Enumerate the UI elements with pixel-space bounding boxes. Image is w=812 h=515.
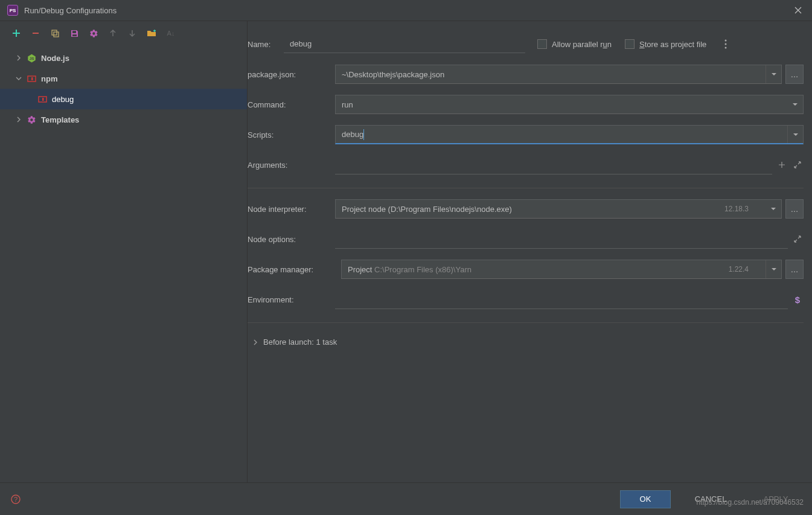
expand-icon[interactable] bbox=[791, 159, 804, 171]
node-interpreter-select[interactable]: Project node (D:\Program Files\nodejs\no… bbox=[335, 199, 782, 219]
tree-item-templates[interactable]: Templates bbox=[0, 109, 247, 130]
gear-icon bbox=[27, 115, 36, 124]
expand-icon[interactable] bbox=[791, 233, 804, 245]
add-icon[interactable] bbox=[11, 28, 22, 39]
svg-point-12 bbox=[725, 47, 727, 49]
svg-rect-1 bbox=[54, 32, 59, 37]
row-name: Name: debug Allow parallel run Store as … bbox=[248, 32, 804, 56]
sidebar: A↓ JS Node.js npm bbox=[0, 21, 248, 482]
name-input[interactable]: debug bbox=[284, 35, 525, 53]
node-interpreter-label: Node interpreter: bbox=[248, 205, 335, 214]
svg-point-10 bbox=[725, 40, 727, 42]
row-environment: Environment: $ bbox=[248, 287, 804, 312]
arguments-label: Arguments: bbox=[248, 161, 335, 170]
svg-text:?: ? bbox=[14, 496, 18, 503]
config-tree: JS Node.js npm debug bbox=[0, 45, 247, 482]
command-select[interactable]: run bbox=[335, 95, 804, 114]
help-icon[interactable]: ? bbox=[11, 494, 21, 504]
tree-item-npm[interactable]: npm bbox=[0, 68, 247, 89]
node-version: 12.18.3 bbox=[724, 205, 749, 213]
row-package-manager: Package manager: Project C:\Program File… bbox=[248, 257, 804, 281]
package-manager-select[interactable]: Project C:\Program Files (x86)\Yarn 1.22… bbox=[341, 260, 782, 279]
folder-icon[interactable] bbox=[146, 28, 157, 39]
tree-label: Templates bbox=[41, 115, 79, 124]
app-icon: PS bbox=[7, 5, 18, 16]
sort-icon: A↓ bbox=[165, 28, 176, 39]
name-label: Name: bbox=[248, 40, 284, 49]
ok-button[interactable]: OK bbox=[620, 490, 671, 508]
tree-label: npm bbox=[41, 74, 57, 83]
environment-input[interactable] bbox=[335, 290, 788, 309]
node-options-label: Node options: bbox=[248, 235, 335, 244]
copy-icon[interactable] bbox=[50, 28, 60, 39]
svg-rect-7 bbox=[31, 77, 33, 80]
row-scripts: Scripts: debug bbox=[248, 123, 804, 147]
remove-icon[interactable] bbox=[30, 28, 41, 39]
insert-macro-icon[interactable] bbox=[776, 159, 788, 171]
before-launch-label: Before launch: 1 task bbox=[263, 337, 337, 347]
save-icon[interactable] bbox=[69, 28, 80, 39]
window-title: Run/Debug Configurations bbox=[24, 6, 791, 15]
chevron-down-icon[interactable] bbox=[766, 200, 781, 218]
scripts-input[interactable]: debug bbox=[335, 125, 804, 144]
yarn-version: 1.22.4 bbox=[729, 265, 749, 273]
dialog-footer: ? OK CANCEL APPLY bbox=[0, 482, 812, 515]
environment-label: Environment: bbox=[248, 295, 335, 304]
divider bbox=[248, 188, 804, 188]
svg-rect-0 bbox=[52, 30, 57, 35]
node-options-input[interactable] bbox=[335, 229, 788, 249]
chevron-down-icon bbox=[14, 74, 23, 83]
package-json-input[interactable]: ~\Desktop\thejs\package.json bbox=[335, 65, 782, 84]
tree-item-debug[interactable]: debug bbox=[0, 89, 247, 109]
chevron-right-icon bbox=[14, 115, 23, 124]
tree-label: debug bbox=[52, 95, 74, 104]
watermark: https://blog.csdn.net/a709046532 bbox=[697, 498, 804, 507]
nodejs-icon: JS bbox=[27, 53, 36, 63]
chevron-down-icon[interactable] bbox=[766, 65, 781, 83]
row-node-options: Node options: bbox=[248, 227, 804, 251]
row-package-json: package.json: ~\Desktop\thejs\package.js… bbox=[248, 62, 804, 86]
chevron-right-icon bbox=[14, 54, 23, 62]
chevron-down-icon[interactable] bbox=[787, 126, 803, 143]
sidebar-toolbar: A↓ bbox=[0, 21, 247, 45]
store-project-file-checkbox[interactable]: Store as project file bbox=[625, 39, 706, 49]
titlebar: PS Run/Debug Configurations bbox=[0, 0, 812, 21]
checkbox-box bbox=[537, 39, 547, 49]
scripts-label: Scripts: bbox=[248, 130, 335, 139]
top-options: Allow parallel run Store as project file bbox=[537, 39, 727, 49]
env-vars-icon[interactable]: $ bbox=[791, 293, 804, 305]
chevron-down-icon[interactable] bbox=[766, 260, 781, 278]
close-button[interactable] bbox=[791, 4, 805, 17]
chevron-right-icon bbox=[252, 339, 258, 345]
svg-text:JS: JS bbox=[29, 56, 34, 60]
more-options-icon[interactable] bbox=[724, 39, 727, 49]
chevron-down-icon[interactable] bbox=[787, 95, 803, 114]
row-command: Command: run bbox=[248, 92, 804, 117]
npm-icon bbox=[27, 74, 36, 83]
move-up-icon bbox=[107, 28, 118, 39]
tree-item-nodejs[interactable]: JS Node.js bbox=[0, 48, 247, 68]
text-caret bbox=[363, 129, 364, 140]
settings-wrench-icon[interactable] bbox=[88, 28, 99, 39]
svg-rect-9 bbox=[42, 98, 44, 101]
npm-icon bbox=[37, 94, 47, 104]
package-json-label: package.json: bbox=[248, 70, 335, 79]
arguments-input[interactable] bbox=[335, 155, 772, 174]
svg-rect-2 bbox=[72, 31, 76, 33]
allow-parallel-checkbox[interactable]: Allow parallel run bbox=[537, 39, 612, 49]
row-arguments: Arguments: bbox=[248, 153, 804, 177]
browse-button[interactable]: … bbox=[785, 199, 804, 219]
package-manager-label: Package manager: bbox=[248, 265, 341, 274]
checkbox-box bbox=[625, 39, 635, 49]
before-launch-section[interactable]: Before launch: 1 task bbox=[248, 331, 804, 347]
config-form: Name: debug Allow parallel run Store as … bbox=[248, 21, 812, 482]
tree-label: Node.js bbox=[41, 54, 69, 63]
command-label: Command: bbox=[248, 100, 335, 109]
svg-point-11 bbox=[725, 43, 727, 45]
move-down-icon bbox=[127, 28, 138, 39]
row-node-interpreter: Node interpreter: Project node (D:\Progr… bbox=[248, 197, 804, 221]
browse-button[interactable]: … bbox=[785, 260, 804, 279]
main-area: A↓ JS Node.js npm bbox=[0, 21, 812, 482]
svg-rect-3 bbox=[72, 34, 77, 36]
browse-button[interactable]: … bbox=[785, 65, 804, 84]
